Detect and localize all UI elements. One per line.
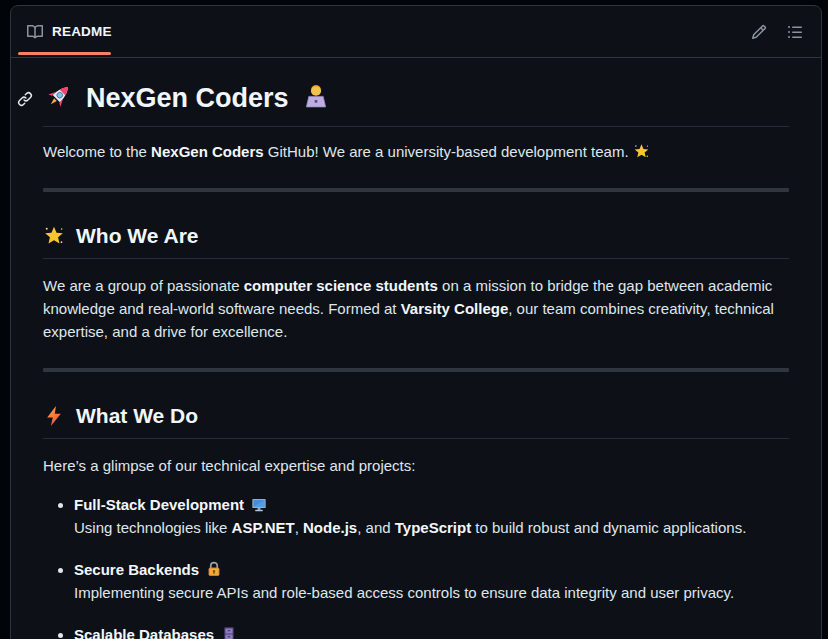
heading-anchor-link[interactable] — [17, 91, 33, 107]
list-item-scalable-databases: Scalable Databases Designing efficient d… — [74, 624, 789, 639]
section-heading-what-we-do: What We Do — [43, 402, 789, 439]
desktop-computer-emoji — [250, 496, 268, 514]
list-unordered-icon — [787, 24, 803, 40]
section-divider — [43, 188, 789, 192]
page: README — [0, 0, 828, 639]
header-actions — [745, 6, 809, 57]
list-item-title: Full-Stack Development — [74, 496, 244, 513]
section-heading-who-we-are: Who We Are — [43, 222, 789, 259]
section-divider — [43, 368, 789, 372]
page-title: NexGen Coders — [43, 82, 789, 127]
outline-button[interactable] — [781, 18, 809, 46]
book-icon — [27, 24, 43, 40]
what-we-do-lead: Here’s a glimpse of our technical expert… — [43, 455, 789, 478]
who-we-are-paragraph: We are a group of passionate computer sc… — [43, 275, 789, 344]
expertise-list: Full-Stack Development Using technologie… — [43, 494, 789, 639]
section-heading-text: What We Do — [76, 404, 198, 427]
lock-emoji — [205, 560, 223, 578]
technologist-emoji — [301, 82, 331, 112]
section-heading-text: Who We Are — [76, 224, 199, 247]
list-item-full-stack: Full-Stack Development Using technologie… — [74, 494, 789, 540]
list-item-description: Using technologies like ASP.NET, Node.js… — [74, 519, 746, 536]
link-icon — [17, 91, 33, 107]
file-cabinet-emoji — [220, 625, 238, 639]
zap-emoji — [43, 405, 65, 427]
readme-content: NexGen Coders Welcome to the NexGen Code… — [11, 58, 821, 639]
intro-paragraph: Welcome to the NexGen Coders GitHub! We … — [43, 141, 789, 164]
list-item-description: Implementing secure APIs and role-based … — [74, 584, 734, 601]
tab-readme-label: README — [52, 24, 112, 39]
rocket-emoji — [43, 82, 73, 112]
glowing-star-emoji — [633, 143, 650, 160]
list-item-title: Secure Backends — [74, 561, 199, 578]
glowing-star-emoji — [43, 225, 65, 247]
edit-readme-button[interactable] — [745, 18, 773, 46]
tab-readme[interactable]: README — [11, 6, 128, 57]
readme-card: README — [10, 5, 822, 639]
pencil-icon — [751, 24, 767, 40]
page-title-text: NexGen Coders — [86, 83, 289, 113]
list-item-secure-backends: Secure Backends Implementing secure APIs… — [74, 559, 789, 605]
readme-header: README — [11, 6, 821, 58]
list-item-title: Scalable Databases — [74, 626, 214, 639]
